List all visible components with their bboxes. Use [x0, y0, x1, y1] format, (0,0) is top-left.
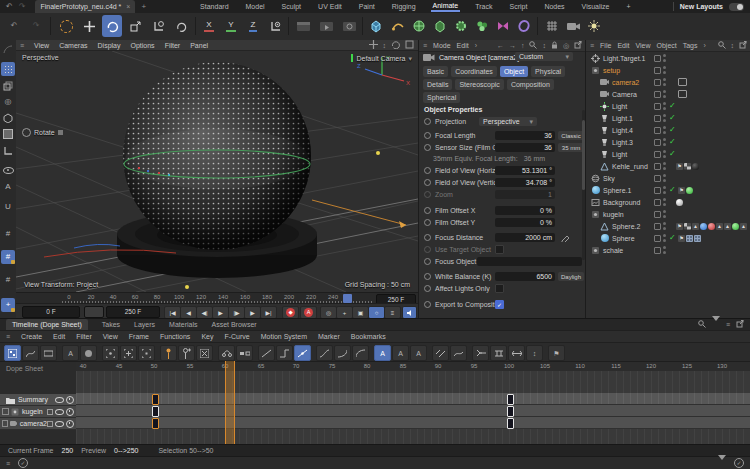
- visibility-dots[interactable]: [663, 162, 666, 170]
- keyframe[interactable]: [507, 418, 514, 429]
- frame-current-button[interactable]: [138, 345, 155, 361]
- lock-time-button[interactable]: [432, 345, 449, 361]
- enabled-check-icon[interactable]: ✓: [669, 126, 676, 134]
- step-tangent-button[interactable]: [276, 345, 293, 361]
- object-row[interactable]: setup: [586, 64, 750, 76]
- material-tag-icon[interactable]: [686, 187, 693, 194]
- visibility-dots[interactable]: [663, 174, 666, 182]
- phong-tag-icon[interactable]: ⚑: [678, 187, 685, 194]
- layout-uvedit[interactable]: UV Edit: [316, 3, 344, 10]
- object-row[interactable]: Kehle_rund ⚑: [586, 160, 750, 172]
- visibility-dots[interactable]: [663, 78, 666, 86]
- attrs-hamburger-icon[interactable]: ≡: [423, 42, 427, 49]
- planar-workplane-button[interactable]: #: [1, 273, 15, 287]
- x-axis-lock[interactable]: X: [199, 15, 219, 37]
- tl-menu-fcurve[interactable]: F-Curve: [224, 333, 249, 340]
- layout-script[interactable]: Script: [507, 3, 529, 10]
- visibility-dots[interactable]: [663, 150, 666, 158]
- track-summary[interactable]: Summary: [0, 394, 76, 406]
- keyframe-circle[interactable]: [424, 118, 431, 125]
- om-menu-object[interactable]: Object: [656, 42, 676, 49]
- om-hamburger-icon[interactable]: ≡: [590, 42, 594, 49]
- quantize-button[interactable]: [490, 345, 507, 361]
- object-name[interactable]: Light: [612, 103, 627, 110]
- tl-menu-bookmarks[interactable]: Bookmarks: [351, 333, 386, 340]
- tab-composition[interactable]: Composition: [507, 79, 554, 90]
- add-layout-icon[interactable]: +: [625, 3, 633, 10]
- clamp-tangent-button[interactable]: A: [410, 345, 427, 361]
- layout-rigging[interactable]: Rigging: [390, 3, 418, 10]
- visibility-dots[interactable]: [663, 246, 666, 254]
- attrs-menu-overflow-icon[interactable]: ›: [475, 42, 477, 49]
- keyframe-circle[interactable]: [424, 273, 431, 280]
- automatic-mode-button[interactable]: A: [62, 345, 79, 361]
- layout-sculpt[interactable]: Sculpt: [280, 3, 303, 10]
- lock-value-button[interactable]: [450, 345, 467, 361]
- track-clock-icon[interactable]: [66, 408, 74, 416]
- viewport-menu-filter[interactable]: Filter: [165, 42, 181, 49]
- tag-list[interactable]: ⚑: [678, 187, 693, 194]
- object-name[interactable]: setup: [603, 67, 620, 74]
- visibility-dots[interactable]: [663, 138, 666, 146]
- keyframe[interactable]: [152, 406, 159, 417]
- fov-horizontal-field[interactable]: 53.1301 °: [495, 166, 555, 175]
- object-row[interactable]: Light.3 ✓: [586, 136, 750, 148]
- film-offset-y-field[interactable]: 0 %: [495, 218, 555, 227]
- om-search-icon[interactable]: [718, 41, 726, 50]
- dolly-view-icon[interactable]: ↕: [383, 42, 387, 49]
- tl-menu-frame[interactable]: Frame: [129, 333, 149, 340]
- range-slider[interactable]: [84, 306, 104, 318]
- viewport-hamburger-icon[interactable]: ≡: [20, 42, 24, 49]
- redo-icon[interactable]: ↷: [19, 3, 26, 11]
- tl-search-icon[interactable]: [698, 320, 706, 329]
- layer-toggle[interactable]: [654, 139, 661, 146]
- layer-toggle[interactable]: [654, 175, 661, 182]
- object-name[interactable]: Light.1: [612, 115, 633, 122]
- object-name[interactable]: Sphere.1: [603, 187, 631, 194]
- camera2-track-row[interactable]: [76, 417, 750, 429]
- material-tag-icon[interactable]: [708, 223, 715, 230]
- keyframe-circle[interactable]: [424, 234, 431, 241]
- keyframe[interactable]: [507, 394, 514, 405]
- om-menu-tags[interactable]: Tags: [683, 42, 698, 49]
- snap-keys-button[interactable]: [472, 345, 489, 361]
- tl-list-icon[interactable]: ≡: [726, 321, 730, 328]
- layer-toggle[interactable]: [654, 223, 661, 230]
- frame-all-button[interactable]: [120, 345, 137, 361]
- visibility-dots[interactable]: [663, 90, 666, 98]
- texture-tag-icon[interactable]: [686, 235, 693, 242]
- tab-object[interactable]: Object: [500, 66, 528, 77]
- selection-tag-icon[interactable]: ▲: [716, 223, 723, 230]
- kugeln-track-row[interactable]: [76, 405, 750, 417]
- use-camera-toggle[interactable]: [678, 78, 687, 86]
- tag-list[interactable]: [676, 199, 683, 206]
- tl-menu-key[interactable]: Key: [201, 333, 213, 340]
- tab-stereoscopic[interactable]: Stereoscopic: [455, 79, 503, 90]
- layout-model[interactable]: Model: [244, 3, 267, 10]
- visibility-dots[interactable]: [663, 66, 666, 74]
- tab-basic[interactable]: Basic: [423, 66, 448, 77]
- y-axis-lock[interactable]: Y: [221, 15, 241, 37]
- focal-length-field[interactable]: 36: [495, 131, 555, 140]
- keyframe-circle[interactable]: [424, 258, 431, 265]
- tl-filter-funnel-icon[interactable]: [712, 321, 720, 328]
- link-keys-button[interactable]: [218, 345, 235, 361]
- live-selection-tool[interactable]: [56, 15, 76, 37]
- layer-toggle[interactable]: [654, 67, 661, 74]
- rotate-camera-tool[interactable]: [171, 15, 191, 37]
- object-name[interactable]: Sphere: [612, 235, 635, 242]
- om-menu-view[interactable]: View: [635, 42, 650, 49]
- object-row[interactable]: schale: [586, 244, 750, 256]
- projection-dropdown[interactable]: Perspective▾: [479, 117, 537, 126]
- deformer-menu[interactable]: [493, 15, 513, 37]
- layer-toggle[interactable]: [654, 151, 661, 158]
- tl-menu-filter[interactable]: Filter: [76, 333, 92, 340]
- enabled-check-icon[interactable]: ✓: [669, 234, 676, 242]
- om-popout-icon[interactable]: [739, 41, 747, 50]
- frame-selected-button[interactable]: [102, 345, 119, 361]
- tab-takes[interactable]: Takes: [102, 321, 120, 328]
- keyframe-circle[interactable]: [424, 285, 431, 292]
- material-tag-icon[interactable]: [700, 223, 707, 230]
- object-name[interactable]: schale: [603, 247, 623, 254]
- export-compositing-checkbox[interactable]: ✓: [495, 300, 504, 309]
